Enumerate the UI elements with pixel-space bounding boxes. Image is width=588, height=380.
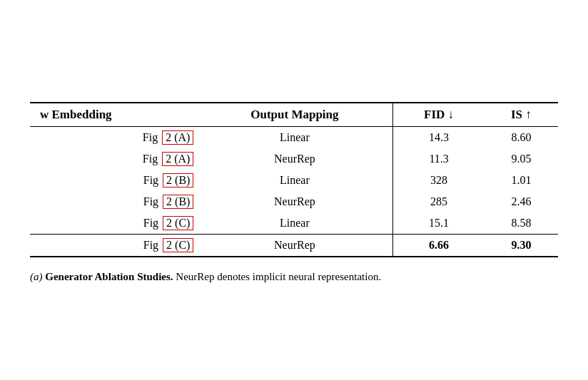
last-row-fid: 6.66: [393, 235, 485, 257]
last-row-fig-cell: Fig 2 (C): [30, 235, 196, 257]
row-output: NeurRep: [196, 191, 392, 212]
row-is: 1.01: [485, 170, 558, 191]
fig-prefix: Fig: [143, 239, 158, 251]
fig-box: 2 (B): [163, 173, 193, 188]
row-fig-cell: Fig 2 (A): [30, 148, 196, 170]
row-fig-cell: Fig 2 (B): [30, 191, 196, 212]
row-fid: 14.3: [393, 127, 485, 149]
row-is: 9.05: [485, 148, 558, 170]
caption-text: NeurRep denotes implicit neural represen…: [176, 271, 381, 282]
row-output: Linear: [196, 170, 392, 191]
row-fid: 328: [393, 170, 485, 191]
caption: (a) Generator Ablation Studies. NeurRep …: [30, 269, 558, 285]
row-fig-cell: Fig 2 (A): [30, 127, 196, 149]
row-fid: 285: [393, 191, 485, 212]
fig-box: 2 (C): [163, 216, 193, 230]
last-row-is: 9.30: [485, 235, 558, 257]
page-container: w Embedding Output Mapping FID ↓ IS ↑ Fi…: [16, 81, 572, 299]
fig-prefix: Fig: [143, 131, 158, 143]
header-output-mapping: Output Mapping: [196, 103, 392, 127]
fig-box: 2 (B): [163, 195, 193, 209]
row-is: 8.58: [485, 212, 558, 235]
row-fig-cell: Fig 2 (B): [30, 170, 196, 191]
row-fid: 15.1: [393, 212, 485, 235]
fig-prefix: Fig: [143, 153, 158, 165]
last-row-output: NeurRep: [196, 235, 392, 257]
caption-title: Generator Ablation Studies.: [45, 271, 173, 282]
results-table: w Embedding Output Mapping FID ↓ IS ↑ Fi…: [30, 102, 558, 257]
fig-box: 2 (A): [162, 130, 193, 145]
row-fig-cell: Fig 2 (C): [30, 212, 196, 235]
fig-box: 2 (A): [162, 152, 193, 166]
row-is: 2.46: [485, 191, 558, 212]
row-output: Linear: [196, 212, 392, 235]
fig-box: 2 (C): [163, 238, 193, 252]
row-output: NeurRep: [196, 148, 392, 170]
row-output: Linear: [196, 127, 392, 149]
header-is: IS ↑: [485, 103, 558, 127]
row-fid: 11.3: [393, 148, 485, 170]
row-is: 8.60: [485, 127, 558, 149]
caption-label: (a): [30, 271, 43, 282]
header-embedding: w Embedding: [30, 103, 196, 127]
header-fid: FID ↓: [393, 103, 485, 127]
fig-prefix: Fig: [143, 195, 158, 207]
fig-prefix: Fig: [143, 217, 158, 229]
fig-prefix: Fig: [143, 174, 158, 186]
